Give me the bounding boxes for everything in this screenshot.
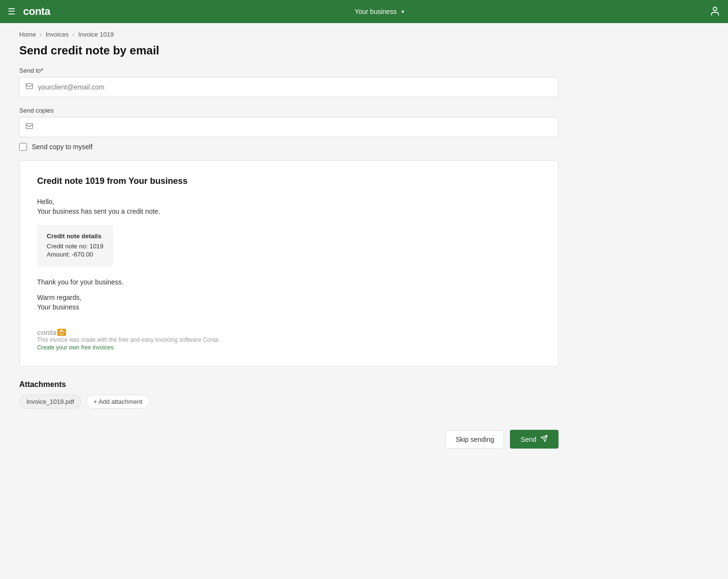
logo: conta (23, 5, 50, 18)
send-copy-myself-label[interactable]: Send copy to myself (32, 143, 92, 151)
add-attachment-button[interactable]: + Add attachment (86, 395, 150, 409)
attachment-chip: Invoice_1019.pdf (19, 395, 81, 409)
send-button[interactable]: Send (510, 430, 559, 449)
send-copies-input-container (19, 117, 559, 137)
breadcrumb: Home › Invoices › Invoice 1019 (0, 23, 728, 42)
user-profile-icon[interactable] (710, 6, 720, 18)
attachments-section: Attachments Invoice_1019.pdf + Add attac… (19, 380, 559, 409)
credit-note-details-title: Credit note details (47, 232, 104, 240)
credit-note-details-box: Credit note details Credit note no: 1019… (37, 225, 113, 267)
email-body-text: Your business has sent you a credit note… (37, 207, 541, 215)
main-content: Send to* Send copies (0, 67, 578, 476)
credit-note-no-label: Credit note no: (47, 243, 88, 250)
app-header: ☰ conta Your business ▼ (0, 0, 728, 23)
send-copy-myself-checkbox[interactable] (19, 143, 27, 151)
svg-rect-1 (26, 84, 32, 89)
breadcrumb-invoices[interactable]: Invoices (46, 31, 69, 38)
email-regards: Warm regards, (37, 294, 541, 301)
email-thanks: Thank you for your business. (37, 278, 541, 286)
attachments-row: Invoice_1019.pdf + Add attachment (19, 395, 559, 409)
credit-note-number-row: Credit note no: 1019 (47, 243, 104, 250)
amount-label: Amount: (47, 251, 70, 258)
email-icon (26, 82, 33, 92)
business-selector[interactable]: Your business ▼ (354, 8, 405, 15)
conta-footer-logo: conta 🍺 (37, 328, 220, 336)
send-copy-myself-row: Send copy to myself (19, 143, 559, 151)
email-greeting: Hello, (37, 198, 541, 206)
send-to-input-container (19, 77, 559, 97)
send-icon (540, 435, 548, 444)
dropdown-arrow-icon: ▼ (401, 9, 405, 14)
page-title-section: Send credit note by email (0, 42, 728, 67)
email-business: Your business (37, 303, 541, 311)
breadcrumb-sep-1: › (40, 31, 42, 38)
copy-email-icon (26, 122, 33, 132)
breadcrumb-current: Invoice 1019 (78, 31, 114, 38)
skip-sending-button[interactable]: Skip sending (445, 430, 504, 449)
page-title: Send credit note by email (19, 44, 709, 57)
send-copies-input[interactable] (38, 123, 552, 131)
email-footer: conta 🍺 This invoice was made with the f… (37, 324, 541, 351)
send-copies-label: Send copies (19, 107, 559, 114)
send-to-section: Send to* (19, 67, 559, 97)
credit-note-amount-row: Amount: -670.00 (47, 251, 104, 258)
send-to-input[interactable] (38, 83, 552, 91)
action-buttons-row: Skip sending Send (19, 422, 559, 456)
attachments-title: Attachments (19, 380, 559, 389)
send-button-label: Send (520, 436, 536, 443)
breadcrumb-home[interactable]: Home (19, 31, 36, 38)
footer-text: This invoice was made with the free and … (37, 336, 220, 343)
conta-logo-icon: 🍺 (57, 329, 66, 336)
email-preview-card: Credit note 1019 from Your business Hell… (19, 160, 559, 367)
business-name-label: Your business (354, 8, 396, 15)
breadcrumb-sep-2: › (72, 31, 74, 38)
send-copies-section: Send copies Send copy to myself (19, 107, 559, 151)
svg-point-0 (713, 7, 716, 10)
menu-icon[interactable]: ☰ (8, 6, 15, 17)
footer-link[interactable]: Create your own free invoices. (37, 344, 115, 351)
email-preview-title: Credit note 1019 from Your business (37, 176, 541, 186)
svg-rect-2 (26, 124, 32, 129)
send-to-label: Send to* (19, 67, 559, 74)
